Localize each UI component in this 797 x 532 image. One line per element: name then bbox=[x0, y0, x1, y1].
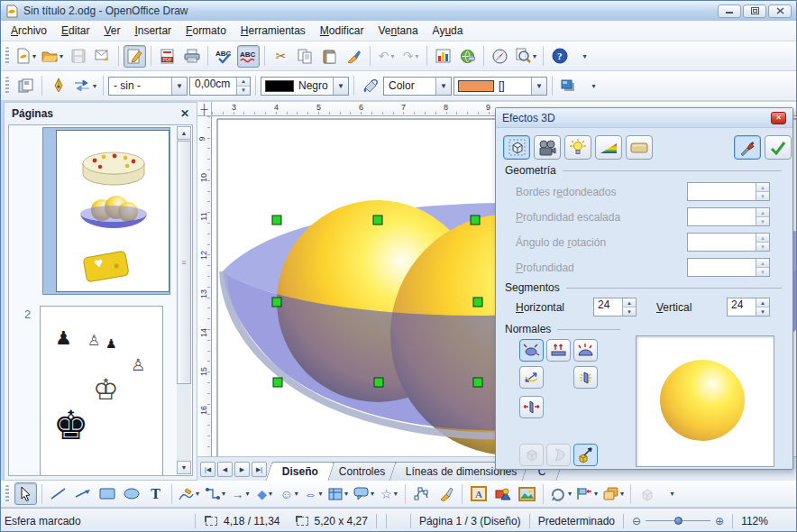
scroll-down-button[interactable]: ▼ bbox=[177, 461, 191, 474]
toolbar-overflow-button[interactable]: ▾ bbox=[660, 482, 682, 505]
shadow-button[interactable] bbox=[557, 75, 580, 97]
stars-button[interactable]: ☆▾ bbox=[378, 482, 400, 505]
flowchart-button[interactable]: ▾ bbox=[326, 482, 350, 505]
spin-up-button[interactable]: ▲ bbox=[756, 208, 769, 216]
line-style-select[interactable]: - sin -▼ bbox=[108, 77, 188, 96]
export-pdf-button[interactable]: PDF bbox=[156, 45, 179, 68]
line-button[interactable] bbox=[47, 482, 69, 505]
dialog-close-button[interactable]: ✕ bbox=[771, 112, 786, 124]
toolbar-overflow-button[interactable]: ▾ bbox=[573, 45, 595, 68]
block-arrows-button[interactable]: ⇔▾ bbox=[302, 482, 325, 505]
insert-chart-button[interactable] bbox=[432, 45, 454, 68]
minimize-button[interactable] bbox=[718, 5, 741, 18]
previous-page-button[interactable]: ◀ bbox=[217, 462, 233, 477]
dropdown-button[interactable]: ▼ bbox=[531, 78, 546, 95]
invert-normals-button[interactable] bbox=[519, 366, 544, 389]
menu-insertar[interactable]: Insertar bbox=[127, 22, 179, 40]
page-style[interactable]: Predeterminado bbox=[535, 515, 618, 527]
two-sided-illumination-button[interactable] bbox=[573, 366, 598, 389]
handle-top-left[interactable] bbox=[272, 216, 281, 225]
format-paintbrush-button[interactable] bbox=[343, 45, 365, 68]
scaled-depth-field[interactable]: ▲▼ bbox=[687, 207, 770, 226]
edit-file-button[interactable] bbox=[124, 45, 146, 68]
edit-points-button[interactable] bbox=[410, 482, 433, 505]
scrollbar-thumb[interactable]: ≡ bbox=[177, 141, 191, 384]
menu-ver[interactable]: Ver bbox=[96, 22, 127, 40]
handle-mid-right[interactable] bbox=[473, 298, 482, 307]
handle-bottom-left[interactable] bbox=[273, 378, 282, 387]
zoom-level[interactable]: 112% bbox=[737, 515, 772, 527]
line-arrow-end-button[interactable] bbox=[71, 482, 94, 505]
dialog-title-bar[interactable]: Efectos 3D ✕ bbox=[496, 108, 792, 128]
line-dialog-button[interactable] bbox=[47, 75, 69, 97]
text-button[interactable]: T bbox=[144, 482, 167, 505]
spin-down-button[interactable]: ▼ bbox=[756, 216, 769, 225]
convert-to-lathe-button[interactable] bbox=[546, 444, 571, 466]
styles-button[interactable] bbox=[14, 75, 37, 97]
assign-color-button[interactable] bbox=[734, 135, 761, 160]
material-button[interactable] bbox=[626, 135, 653, 160]
vertical-ruler[interactable]: 9 10 11 12 13 14 15 16 bbox=[197, 116, 212, 456]
new-document-button[interactable]: ▾ bbox=[14, 45, 38, 68]
assign-all-button[interactable] bbox=[765, 135, 792, 160]
spin-up-button[interactable]: ▲ bbox=[623, 298, 636, 307]
page-indicator[interactable]: Página 1 / 3 (Diseño) bbox=[416, 515, 525, 527]
shading-button[interactable] bbox=[534, 135, 561, 160]
perspective-button[interactable] bbox=[573, 444, 598, 466]
arrange-button[interactable]: ▾ bbox=[601, 482, 626, 505]
handle-top-center[interactable] bbox=[373, 216, 382, 225]
spin-down-button[interactable]: ▼ bbox=[756, 191, 769, 200]
depth-field[interactable]: ▲▼ bbox=[687, 258, 770, 277]
zoom-button[interactable]: ▾ bbox=[513, 45, 538, 68]
extrusion-button[interactable] bbox=[636, 482, 658, 505]
copy-button[interactable] bbox=[294, 45, 316, 68]
handle-bottom-right[interactable] bbox=[473, 378, 482, 387]
scroll-up-button[interactable]: ▲ bbox=[177, 126, 191, 140]
glue-points-button[interactable] bbox=[435, 482, 457, 505]
fontwork-button[interactable]: A bbox=[467, 482, 490, 505]
spin-down-button[interactable]: ▼ bbox=[623, 307, 636, 316]
geometry-button[interactable] bbox=[503, 135, 530, 160]
connector-button[interactable]: ▾ bbox=[203, 482, 227, 505]
navigator-button[interactable] bbox=[489, 45, 511, 68]
close-button[interactable] bbox=[768, 5, 792, 18]
menu-editar[interactable]: Editar bbox=[54, 22, 96, 40]
horizontal-segments-field[interactable]: 24▲▼ bbox=[593, 298, 637, 316]
handle-mid-left[interactable] bbox=[272, 298, 281, 307]
zoom-slider-track[interactable] bbox=[646, 520, 710, 521]
spin-down-button[interactable]: ▼ bbox=[756, 242, 769, 251]
ellipse-button[interactable] bbox=[120, 482, 142, 505]
pages-scrollbar[interactable]: ▲ ≡ ▼ bbox=[177, 126, 191, 474]
help-button[interactable]: ? bbox=[548, 45, 571, 68]
normals-spherical-button[interactable] bbox=[573, 339, 598, 362]
curve-button[interactable]: ▾ bbox=[177, 482, 201, 505]
next-page-button[interactable]: ▶ bbox=[234, 462, 250, 477]
spin-up-button[interactable]: ▲ bbox=[756, 183, 769, 191]
fill-type-select[interactable]: Color▼ bbox=[383, 77, 452, 96]
menu-formato[interactable]: Formato bbox=[179, 22, 234, 40]
page2-thumbnail[interactable]: ♟ ♙ ♟ ♙ ♔ ♚ bbox=[40, 306, 163, 476]
arrow-style-button[interactable]: ▾ bbox=[71, 75, 98, 97]
spin-down-button[interactable]: ▼ bbox=[237, 86, 250, 95]
double-sided-button[interactable] bbox=[519, 396, 544, 418]
textures-button[interactable] bbox=[595, 135, 622, 160]
close-panel-icon[interactable]: ✕ bbox=[180, 107, 189, 120]
dropdown-button[interactable]: ▼ bbox=[171, 78, 187, 95]
rotation-angle-field[interactable]: ▲▼ bbox=[687, 233, 770, 252]
hyperlink-button[interactable] bbox=[456, 45, 479, 68]
maximize-button[interactable] bbox=[743, 5, 766, 18]
symbol-shapes-button[interactable]: ☺▾ bbox=[278, 482, 300, 505]
handle-bottom-center[interactable] bbox=[374, 378, 383, 387]
callouts-button[interactable]: ▾ bbox=[352, 482, 376, 505]
menu-herramientas[interactable]: Herramientas bbox=[234, 22, 313, 40]
spellcheck-button[interactable]: ABC bbox=[213, 45, 235, 68]
paste-button[interactable] bbox=[318, 45, 341, 68]
spin-up-button[interactable]: ▲ bbox=[756, 259, 769, 267]
lines-arrows-button[interactable]: →▾ bbox=[229, 482, 252, 505]
save-button[interactable] bbox=[67, 45, 89, 68]
zoom-slider[interactable]: ⊖ ⊕ bbox=[628, 516, 728, 527]
menu-modificar[interactable]: Modificar bbox=[313, 22, 371, 40]
rounded-edges-field[interactable]: ▲▼ bbox=[687, 182, 770, 201]
dropdown-button[interactable]: ▼ bbox=[435, 78, 451, 95]
normals-flat-button[interactable] bbox=[546, 339, 571, 362]
